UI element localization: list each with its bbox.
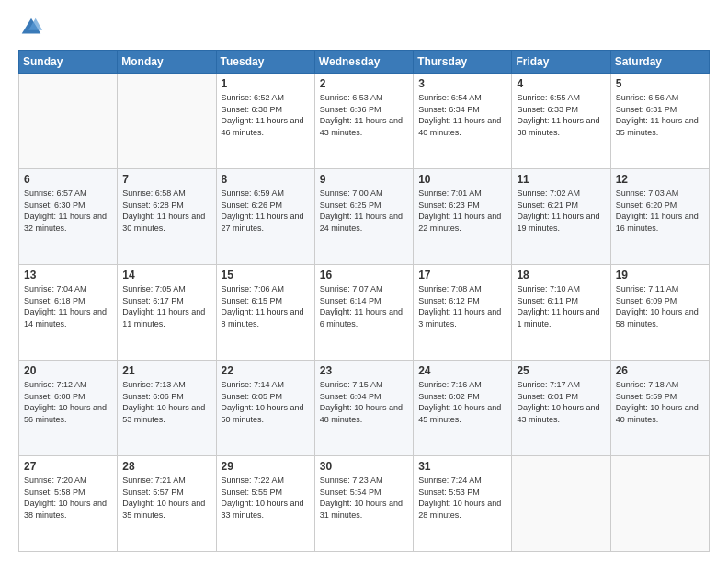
day-number: 31 (418, 460, 506, 473)
cell-details: Sunrise: 6:54 AMSunset: 6:34 PMDaylight:… (418, 93, 501, 137)
calendar-cell (19, 74, 118, 169)
day-number: 27 (24, 460, 112, 473)
day-number: 11 (517, 173, 605, 186)
calendar-cell: 22Sunrise: 7:14 AMSunset: 6:05 PMDayligh… (216, 361, 314, 456)
cell-details: Sunrise: 7:22 AMSunset: 5:55 PMDaylight:… (222, 476, 304, 520)
calendar-cell: 24Sunrise: 7:16 AMSunset: 6:02 PMDayligh… (414, 361, 512, 456)
cell-details: Sunrise: 7:10 AMSunset: 6:11 PMDaylight:… (517, 284, 599, 328)
logo-icon (18, 15, 44, 40)
day-header-saturday: Saturday (610, 51, 709, 74)
cell-details: Sunrise: 7:02 AMSunset: 6:21 PMDaylight:… (517, 189, 599, 233)
cell-details: Sunrise: 7:01 AMSunset: 6:23 PMDaylight:… (418, 189, 501, 233)
cell-details: Sunrise: 6:59 AMSunset: 6:26 PMDaylight:… (222, 189, 304, 233)
calendar-cell: 25Sunrise: 7:17 AMSunset: 6:01 PMDayligh… (512, 361, 610, 456)
cell-details: Sunrise: 6:55 AMSunset: 6:33 PMDaylight:… (517, 93, 599, 137)
cell-details: Sunrise: 7:18 AMSunset: 5:59 PMDaylight:… (616, 380, 699, 424)
calendar-cell: 5Sunrise: 6:56 AMSunset: 6:31 PMDaylight… (610, 74, 709, 169)
day-header-wednesday: Wednesday (314, 51, 413, 74)
day-header-friday: Friday (512, 51, 610, 74)
calendar-cell: 29Sunrise: 7:22 AMSunset: 5:55 PMDayligh… (216, 456, 314, 552)
cell-details: Sunrise: 7:06 AMSunset: 6:15 PMDaylight:… (222, 284, 304, 328)
day-number: 13 (24, 269, 112, 282)
calendar-cell: 14Sunrise: 7:05 AMSunset: 6:17 PMDayligh… (118, 265, 216, 361)
cell-details: Sunrise: 7:14 AMSunset: 6:05 PMDaylight:… (222, 380, 304, 424)
day-number: 10 (418, 173, 506, 186)
calendar-week-row: 6Sunrise: 6:57 AMSunset: 6:30 PMDaylight… (19, 169, 710, 265)
day-number: 16 (320, 269, 408, 282)
cell-details: Sunrise: 7:21 AMSunset: 5:57 PMDaylight:… (122, 476, 205, 520)
calendar-cell: 1Sunrise: 6:52 AMSunset: 6:38 PMDaylight… (216, 74, 314, 169)
cell-details: Sunrise: 7:03 AMSunset: 6:20 PMDaylight:… (616, 189, 699, 233)
calendar: SundayMondayTuesdayWednesdayThursdayFrid… (18, 50, 710, 552)
cell-details: Sunrise: 7:11 AMSunset: 6:09 PMDaylight:… (616, 284, 699, 328)
day-number: 5 (616, 77, 704, 90)
day-number: 26 (616, 364, 704, 377)
cell-details: Sunrise: 6:58 AMSunset: 6:28 PMDaylight:… (122, 189, 205, 233)
day-number: 21 (122, 364, 210, 377)
calendar-cell: 17Sunrise: 7:08 AMSunset: 6:12 PMDayligh… (414, 265, 512, 361)
cell-details: Sunrise: 7:04 AMSunset: 6:18 PMDaylight:… (24, 284, 107, 328)
day-number: 25 (517, 364, 605, 377)
day-number: 23 (320, 364, 408, 377)
cell-details: Sunrise: 6:52 AMSunset: 6:38 PMDaylight:… (222, 93, 304, 137)
day-number: 28 (122, 460, 210, 473)
day-header-tuesday: Tuesday (216, 51, 314, 74)
calendar-cell: 28Sunrise: 7:21 AMSunset: 5:57 PMDayligh… (118, 456, 216, 552)
calendar-cell: 3Sunrise: 6:54 AMSunset: 6:34 PMDaylight… (414, 74, 512, 169)
calendar-cell: 12Sunrise: 7:03 AMSunset: 6:20 PMDayligh… (610, 169, 709, 265)
cell-details: Sunrise: 7:07 AMSunset: 6:14 PMDaylight:… (320, 284, 403, 328)
day-number: 9 (320, 173, 408, 186)
calendar-cell: 18Sunrise: 7:10 AMSunset: 6:11 PMDayligh… (512, 265, 610, 361)
calendar-cell: 31Sunrise: 7:24 AMSunset: 5:53 PMDayligh… (414, 456, 512, 552)
calendar-cell: 30Sunrise: 7:23 AMSunset: 5:54 PMDayligh… (314, 456, 413, 552)
calendar-week-row: 13Sunrise: 7:04 AMSunset: 6:18 PMDayligh… (19, 265, 710, 361)
day-number: 7 (122, 173, 210, 186)
calendar-cell: 27Sunrise: 7:20 AMSunset: 5:58 PMDayligh… (19, 456, 118, 552)
calendar-cell (610, 456, 709, 552)
calendar-cell: 11Sunrise: 7:02 AMSunset: 6:21 PMDayligh… (512, 169, 610, 265)
cell-details: Sunrise: 7:20 AMSunset: 5:58 PMDaylight:… (24, 476, 107, 520)
day-number: 1 (222, 77, 310, 90)
cell-details: Sunrise: 7:12 AMSunset: 6:08 PMDaylight:… (24, 380, 107, 424)
day-header-thursday: Thursday (414, 51, 512, 74)
day-header-monday: Monday (118, 51, 216, 74)
cell-details: Sunrise: 7:13 AMSunset: 6:06 PMDaylight:… (122, 380, 205, 424)
calendar-cell: 4Sunrise: 6:55 AMSunset: 6:33 PMDaylight… (512, 74, 610, 169)
calendar-cell: 7Sunrise: 6:58 AMSunset: 6:28 PMDaylight… (118, 169, 216, 265)
calendar-cell: 19Sunrise: 7:11 AMSunset: 6:09 PMDayligh… (610, 265, 709, 361)
cell-details: Sunrise: 7:08 AMSunset: 6:12 PMDaylight:… (418, 284, 501, 328)
day-number: 8 (222, 173, 310, 186)
day-header-sunday: Sunday (19, 51, 118, 74)
day-number: 6 (24, 173, 112, 186)
calendar-week-row: 1Sunrise: 6:52 AMSunset: 6:38 PMDaylight… (19, 74, 710, 169)
cell-details: Sunrise: 7:23 AMSunset: 5:54 PMDaylight:… (320, 476, 403, 520)
cell-details: Sunrise: 7:16 AMSunset: 6:02 PMDaylight:… (418, 380, 501, 424)
cell-details: Sunrise: 6:57 AMSunset: 6:30 PMDaylight:… (24, 189, 107, 233)
day-number: 20 (24, 364, 112, 377)
cell-details: Sunrise: 7:17 AMSunset: 6:01 PMDaylight:… (517, 380, 599, 424)
day-number: 4 (517, 77, 605, 90)
calendar-cell (118, 74, 216, 169)
calendar-cell: 9Sunrise: 7:00 AMSunset: 6:25 PMDaylight… (314, 169, 413, 265)
calendar-cell (512, 456, 610, 552)
calendar-cell: 15Sunrise: 7:06 AMSunset: 6:15 PMDayligh… (216, 265, 314, 361)
cell-details: Sunrise: 6:56 AMSunset: 6:31 PMDaylight:… (616, 93, 699, 137)
day-number: 2 (320, 77, 408, 90)
calendar-cell: 26Sunrise: 7:18 AMSunset: 5:59 PMDayligh… (610, 361, 709, 456)
page: SundayMondayTuesdayWednesdayThursdayFrid… (0, 0, 728, 563)
day-number: 22 (222, 364, 310, 377)
calendar-cell: 10Sunrise: 7:01 AMSunset: 6:23 PMDayligh… (414, 169, 512, 265)
day-number: 18 (517, 269, 605, 282)
logo (18, 15, 48, 40)
calendar-cell: 20Sunrise: 7:12 AMSunset: 6:08 PMDayligh… (19, 361, 118, 456)
calendar-cell: 21Sunrise: 7:13 AMSunset: 6:06 PMDayligh… (118, 361, 216, 456)
day-number: 15 (222, 269, 310, 282)
calendar-week-row: 20Sunrise: 7:12 AMSunset: 6:08 PMDayligh… (19, 361, 710, 456)
calendar-cell: 16Sunrise: 7:07 AMSunset: 6:14 PMDayligh… (314, 265, 413, 361)
day-number: 24 (418, 364, 506, 377)
calendar-week-row: 27Sunrise: 7:20 AMSunset: 5:58 PMDayligh… (19, 456, 710, 552)
cell-details: Sunrise: 7:05 AMSunset: 6:17 PMDaylight:… (122, 284, 205, 328)
day-number: 12 (616, 173, 704, 186)
day-number: 17 (418, 269, 506, 282)
calendar-cell: 13Sunrise: 7:04 AMSunset: 6:18 PMDayligh… (19, 265, 118, 361)
